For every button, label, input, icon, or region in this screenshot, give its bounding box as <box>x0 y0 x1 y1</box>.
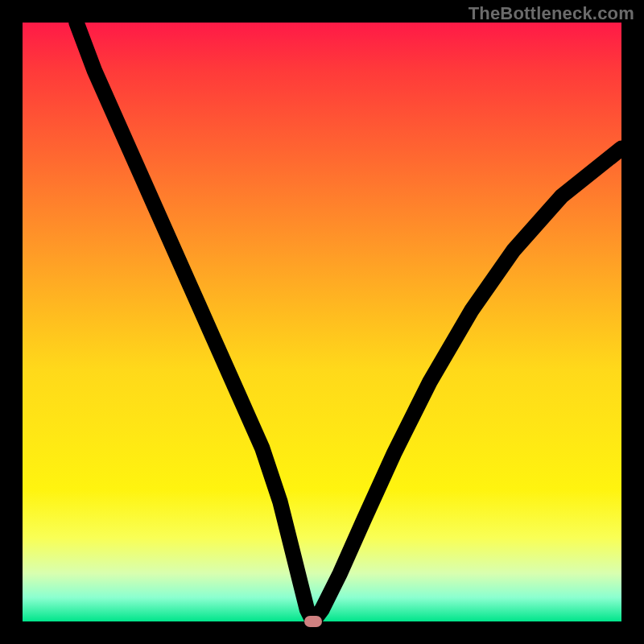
plot-area <box>23 23 621 621</box>
bottleneck-curve <box>76 23 621 621</box>
curve-svg <box>23 23 621 621</box>
chart-frame: TheBottleneck.com <box>0 0 644 644</box>
optimum-marker <box>304 616 322 627</box>
watermark-text: TheBottleneck.com <box>469 3 634 24</box>
